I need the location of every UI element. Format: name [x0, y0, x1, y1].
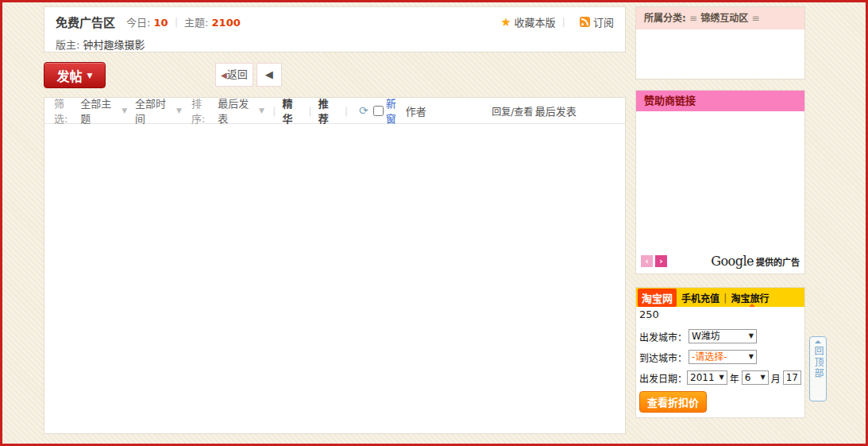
pager-row: 发帖▼ ◀返回◀	[44, 62, 626, 89]
new-window-checkbox[interactable]	[373, 106, 384, 116]
thread-list-panel: 筛选: 全部主题▼ 全部时间▼ 排序: 最后发表▼ | 精华 | 推荐 | ⟳ …	[44, 97, 626, 434]
google-logo: Google	[711, 254, 754, 269]
bars-icon: ≡	[751, 13, 759, 24]
chevron-down-icon: ▼	[756, 370, 766, 385]
rss-icon	[580, 17, 590, 27]
taobao-bar: 淘宝网 手机充值 | 淘宝旅行	[636, 288, 804, 307]
chevron-down-icon: ▼	[87, 72, 93, 80]
forum-header-panel: 免费广告区 今日: 10 | 主题: 2100 ★ 收藏本版 | 订阅 版主: …	[44, 6, 626, 52]
divider: |	[308, 105, 311, 117]
chevron-down-icon: ▼	[259, 107, 264, 114]
forum-page: 免费广告区 今日: 10 | 主题: 2100 ★ 收藏本版 | 订阅 版主: …	[0, 0, 868, 446]
moderator-line: 版主: 钟村趣缘摄影	[56, 37, 614, 52]
filter-bar: 筛选: 全部主题▼ 全部时间▼ 排序: 最后发表▼ | 精华 | 推荐 | ⟳ …	[44, 98, 625, 124]
column-header-replies: 回复/查看	[492, 104, 535, 118]
chevron-down-icon: ▼	[122, 107, 127, 114]
divider: |	[562, 16, 565, 28]
today-count: 10	[154, 17, 168, 29]
divider: |	[272, 105, 276, 117]
page-back-button[interactable]: ◀返回	[215, 63, 253, 87]
favorite-star-icon: ★	[500, 15, 511, 29]
sort-label: 排序:	[191, 95, 214, 126]
taobao-keywords-row2	[636, 416, 804, 417]
chevron-down-icon: ▼	[715, 370, 724, 385]
view-discount-button[interactable]: 查看折扣价	[639, 391, 707, 413]
category-name[interactable]: 锦绣互动区	[700, 13, 748, 24]
moderator-link[interactable]: 钟村趣缘摄影	[83, 39, 145, 51]
forum-title: 免费广告区	[56, 14, 115, 30]
favorite-board-link[interactable]: 收藏本版	[515, 14, 556, 29]
page-prev-button[interactable]: ◀	[257, 63, 282, 87]
day-input[interactable]: 17	[783, 370, 801, 385]
taobao-widget: 淘宝网 手机充值 | 淘宝旅行 250 出发城市： W潍坊▼ 到达城市： -请选…	[635, 287, 805, 418]
back-to-top-button[interactable]: 回顶部	[809, 336, 827, 401]
today-stat: 今日: 10	[126, 14, 168, 29]
topics-stat: 主题: 2100	[184, 14, 241, 29]
divider: |	[345, 105, 348, 117]
column-header-lastpost: 最后发表	[535, 103, 625, 118]
google-ads-credit: Google提供的广告	[711, 254, 800, 269]
sort-value[interactable]: 最后发表	[218, 95, 257, 126]
taobao-tab-travel[interactable]: 淘宝旅行	[731, 291, 769, 304]
caret-up-icon	[749, 304, 755, 307]
category-links	[636, 29, 804, 36]
arrow-left-icon: ◀	[221, 71, 227, 80]
year-select[interactable]: 2011▼	[687, 370, 727, 385]
subscribe-link[interactable]: 订阅	[593, 14, 614, 29]
recommend-link[interactable]: 推荐	[318, 95, 338, 126]
taobao-logo[interactable]: 淘宝网	[638, 289, 677, 307]
chevron-down-icon: ▼	[744, 329, 754, 343]
taobao-tab-recharge[interactable]: 手机充值	[681, 291, 719, 304]
new-post-button[interactable]: 发帖▼	[44, 62, 106, 88]
month-select[interactable]: 6▼	[742, 370, 769, 385]
month-unit: 月	[771, 371, 781, 385]
main-column: 免费广告区 今日: 10 | 主题: 2100 ★ 收藏本版 | 订阅 版主: …	[44, 6, 626, 434]
column-header-author: 作者	[406, 103, 492, 118]
filter-all-topics[interactable]: 全部主题	[80, 95, 120, 126]
divider: |	[723, 292, 727, 304]
digest-link[interactable]: 精华	[282, 95, 302, 126]
new-window-label[interactable]: 新窗	[386, 95, 406, 126]
topics-count: 2100	[212, 17, 241, 29]
depart-date-label: 出发日期：	[639, 371, 687, 385]
year-unit: 年	[730, 371, 739, 385]
ads-next-button[interactable]: ›	[655, 255, 667, 267]
sponsor-panel: 赞助商链接 ‹ › Google提供的广告	[635, 90, 805, 274]
divider: |	[175, 16, 178, 28]
chevron-down-icon: ▼	[176, 107, 182, 114]
arrow-up-icon	[815, 340, 821, 343]
category-panel: 所属分类: ≡ 锦绣互动区 ≡	[635, 6, 805, 80]
arrive-city-select[interactable]: -请选择-▼	[689, 350, 757, 364]
sponsor-ads	[636, 111, 804, 118]
taobao-price: 250	[636, 307, 804, 320]
sidebar-column: 所属分类: ≡ 锦绣互动区 ≡ 赞助商链接 ‹ › Google提供的广告 淘宝…	[635, 6, 805, 418]
arrive-city-label: 到达城市：	[639, 351, 689, 364]
back-to-top-label: 回顶部	[812, 346, 824, 379]
depart-city-label: 出发城市：	[639, 330, 689, 343]
chevron-down-icon: ▼	[744, 350, 754, 364]
refresh-icon[interactable]: ⟳	[359, 104, 368, 117]
ads-prev-button[interactable]: ‹	[641, 255, 653, 267]
depart-city-select[interactable]: W潍坊▼	[689, 329, 757, 343]
sponsor-header: 赞助商链接	[636, 91, 804, 111]
bars-icon: ≡	[689, 13, 697, 24]
filter-label: 筛选:	[54, 95, 77, 126]
filter-all-time[interactable]: 全部时间	[135, 95, 175, 126]
taobao-tabs	[636, 320, 804, 326]
category-header: 所属分类: ≡ 锦绣互动区 ≡	[636, 7, 804, 29]
pagination: ◀返回◀	[215, 63, 285, 87]
